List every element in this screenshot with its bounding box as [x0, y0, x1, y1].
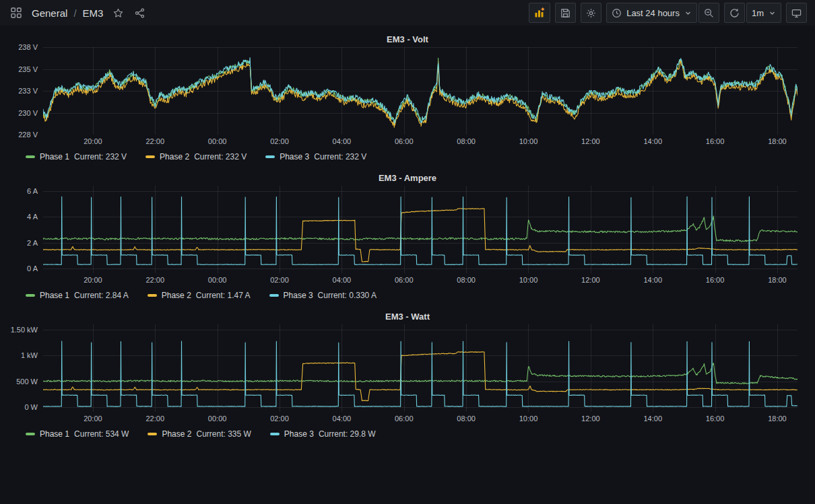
- x-tick-label: 14:00: [643, 415, 662, 423]
- apps-grid-button[interactable]: [9, 6, 23, 20]
- legend-item[interactable]: Phase 2Current: 1.47 A: [148, 291, 251, 300]
- x-tick-label: 10:00: [519, 415, 538, 423]
- legend-series-name: Phase 3: [284, 429, 314, 439]
- legend-swatch-icon: [145, 155, 155, 158]
- refresh-icon: [729, 8, 740, 18]
- legend-item[interactable]: Phase 1Current: 232 V: [26, 152, 127, 161]
- x-tick-label: 22:00: [146, 276, 165, 284]
- panel-title[interactable]: EM3 - Watt: [385, 312, 430, 322]
- y-tick-label: 1 kW: [21, 351, 38, 359]
- navbar: General / EM3: [0, 0, 815, 26]
- y-tick-label: 4 A: [27, 213, 38, 221]
- y-tick-label: 238 V: [18, 43, 38, 51]
- legend-series-name: Phase 3: [284, 291, 313, 300]
- x-tick-label: 10:00: [519, 137, 538, 145]
- x-axis: 20:0022:0000:0002:0004:0006:0008:0010:00…: [43, 135, 797, 148]
- x-tick-label: 16:00: [706, 415, 725, 423]
- caret-down-icon: [769, 9, 776, 17]
- x-tick-label: 12:00: [581, 276, 600, 284]
- y-axis: 228 V230 V233 V235 V238 V: [7, 47, 43, 135]
- panel-ampere: EM3 - Ampere 0 A2 A4 A6 A 20:0022:0000:0…: [7, 170, 808, 304]
- legend-series-value: Current: 335 W: [196, 429, 251, 439]
- zoom-out-button[interactable]: [698, 3, 719, 23]
- x-tick-label: 00:00: [208, 137, 227, 145]
- watt-chart-canvas[interactable]: [43, 324, 797, 412]
- y-tick-label: 0 A: [27, 264, 38, 273]
- refresh-interval-label: 1m: [752, 8, 764, 18]
- breadcrumb: General / EM3: [32, 7, 103, 19]
- cycle-view-button[interactable]: [786, 3, 807, 23]
- add-panel-icon: [534, 7, 545, 18]
- refresh-interval-dropdown[interactable]: 1m: [746, 3, 781, 23]
- x-tick-label: 02:00: [270, 137, 289, 145]
- legend-item[interactable]: Phase 3Current: 29.8 W: [270, 429, 376, 439]
- panel-watt: EM3 - Watt 0 W500 W1 kW1.50 kW 20:0022:0…: [7, 308, 808, 443]
- legend-series-name: Phase 3: [280, 152, 309, 161]
- x-tick-label: 04:00: [333, 276, 352, 284]
- volt-chart-canvas[interactable]: [43, 47, 797, 135]
- x-tick-label: 02:00: [270, 276, 289, 284]
- legend-item[interactable]: Phase 3Current: 0.330 A: [269, 291, 377, 300]
- ampere-chart-canvas[interactable]: [43, 186, 797, 273]
- legend-series-value: Current: 534 W: [74, 429, 129, 439]
- x-tick-label: 20:00: [84, 137, 102, 145]
- refresh-button[interactable]: [724, 3, 745, 23]
- legend-series-value: Current: 2.84 A: [74, 291, 129, 300]
- panel-title[interactable]: EM3 - Volt: [387, 34, 428, 44]
- share-button[interactable]: [133, 7, 146, 20]
- breadcrumb-page[interactable]: EM3: [83, 7, 104, 19]
- legend: Phase 1Current: 232 VPhase 2Current: 232…: [26, 148, 808, 166]
- x-tick-label: 18:00: [768, 137, 787, 145]
- monitor-icon: [791, 8, 802, 18]
- time-range-picker[interactable]: Last 24 hours: [606, 3, 697, 23]
- x-tick-label: 16:00: [706, 276, 725, 284]
- x-tick-label: 08:00: [457, 137, 476, 145]
- breadcrumb-section[interactable]: General: [32, 7, 67, 19]
- gear-icon: [586, 8, 596, 18]
- star-button[interactable]: [112, 7, 125, 20]
- legend: Phase 1Current: 534 WPhase 2Current: 335…: [26, 425, 808, 443]
- y-tick-label: 235 V: [18, 65, 38, 73]
- apps-grid-icon: [11, 7, 22, 18]
- add-panel-button[interactable]: [529, 3, 550, 23]
- x-tick-label: 14:00: [643, 276, 662, 284]
- panel-title[interactable]: EM3 - Ampere: [379, 173, 436, 183]
- x-axis: 20:0022:0000:0002:0004:0006:0008:0010:00…: [43, 273, 797, 287]
- y-axis: 0 W500 W1 kW1.50 kW: [7, 324, 43, 412]
- y-tick-label: 500 W: [16, 377, 38, 386]
- save-dashboard-button[interactable]: [555, 3, 576, 23]
- x-tick-label: 18:00: [768, 276, 787, 284]
- legend-series-value: Current: 232 V: [74, 152, 127, 161]
- legend-swatch-icon: [270, 433, 280, 435]
- x-tick-label: 00:00: [208, 415, 227, 423]
- x-tick-label: 20:00: [84, 415, 102, 423]
- legend-series-value: Current: 232 V: [314, 152, 366, 161]
- x-tick-label: 18:00: [768, 415, 787, 423]
- y-tick-label: 0 W: [24, 403, 38, 411]
- legend-item[interactable]: Phase 1Current: 2.84 A: [26, 291, 129, 300]
- caret-down-icon: [684, 9, 692, 17]
- legend-swatch-icon: [26, 294, 35, 297]
- y-axis: 0 A2 A4 A6 A: [7, 186, 43, 273]
- x-tick-label: 20:00: [84, 276, 102, 284]
- save-icon: [560, 8, 570, 18]
- x-tick-label: 22:00: [146, 137, 165, 145]
- legend-item[interactable]: Phase 1Current: 534 W: [26, 429, 129, 439]
- legend-item[interactable]: Phase 3Current: 232 V: [265, 152, 366, 161]
- legend-item[interactable]: Phase 2Current: 232 V: [145, 152, 247, 161]
- y-tick-label: 233 V: [18, 87, 38, 95]
- legend-series-name: Phase 1: [40, 429, 69, 439]
- clock-icon: [612, 8, 622, 18]
- legend-item[interactable]: Phase 2Current: 335 W: [148, 429, 251, 439]
- y-tick-label: 6 A: [27, 187, 38, 195]
- legend-series-name: Phase 2: [162, 429, 191, 439]
- legend-swatch-icon: [148, 433, 157, 435]
- x-tick-label: 08:00: [457, 276, 476, 284]
- star-icon: [113, 8, 123, 18]
- y-tick-label: 230 V: [18, 109, 38, 117]
- dashboard-settings-button[interactable]: [581, 3, 601, 23]
- legend-swatch-icon: [148, 294, 157, 297]
- x-tick-label: 02:00: [270, 415, 289, 423]
- legend-swatch-icon: [265, 155, 275, 158]
- y-tick-label: 228 V: [18, 131, 38, 139]
